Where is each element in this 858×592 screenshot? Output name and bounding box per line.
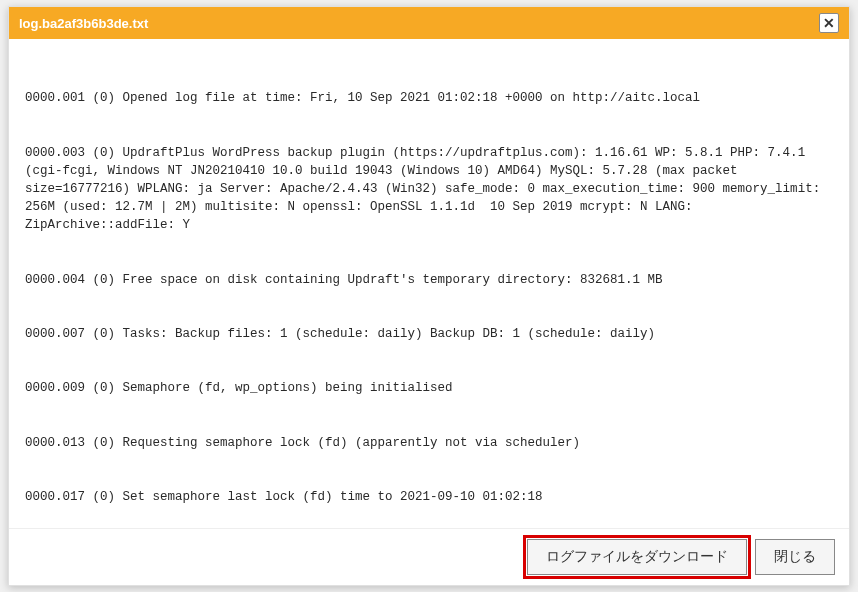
log-line: 0000.001 (0) Opened log file at time: Fr… [25, 89, 833, 107]
log-dialog: log.ba2af3b6b3de.txt ✕ 0000.001 (0) Open… [8, 6, 850, 586]
close-icon[interactable]: ✕ [819, 13, 839, 33]
log-line: 0000.003 (0) UpdraftPlus WordPress backu… [25, 144, 833, 235]
download-log-button[interactable]: ログファイルをダウンロード [527, 539, 747, 575]
log-content[interactable]: 0000.001 (0) Opened log file at time: Fr… [9, 39, 849, 528]
dialog-title: log.ba2af3b6b3de.txt [19, 16, 148, 31]
log-line: 0000.007 (0) Tasks: Backup files: 1 (sch… [25, 325, 833, 343]
log-line: 0000.004 (0) Free space on disk containi… [25, 271, 833, 289]
log-line: 0000.009 (0) Semaphore (fd, wp_options) … [25, 379, 833, 397]
log-line: 0000.013 (0) Requesting semaphore lock (… [25, 434, 833, 452]
dialog-footer: ログファイルをダウンロード 閉じる [9, 528, 849, 585]
close-button[interactable]: 閉じる [755, 539, 835, 575]
dialog-header: log.ba2af3b6b3de.txt ✕ [9, 7, 849, 39]
log-line: 0000.017 (0) Set semaphore last lock (fd… [25, 488, 833, 506]
